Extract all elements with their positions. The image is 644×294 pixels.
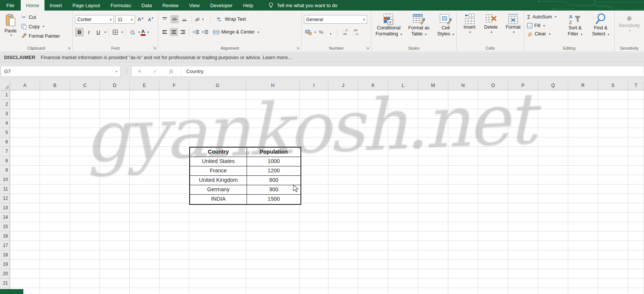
table-cell[interactable]: INDIA bbox=[190, 195, 247, 204]
tab-review[interactable]: Review bbox=[157, 0, 184, 11]
font-dialog-launcher[interactable]: ⇲ bbox=[153, 46, 156, 50]
cut-button[interactable]: ✂ Cut bbox=[21, 14, 60, 20]
tab-page-layout[interactable]: Page Layout bbox=[67, 0, 105, 11]
column-header-E[interactable]: E bbox=[130, 81, 159, 90]
conditional-formatting-button[interactable]: ≠ Conditional Formatting ▾ bbox=[374, 11, 403, 37]
column-header-S[interactable]: S bbox=[598, 81, 628, 90]
format-cells-button[interactable]: Format ▾ bbox=[503, 11, 523, 34]
decrease-font-size-button[interactable]: A▼ bbox=[147, 15, 155, 24]
tell-me-box[interactable]: Tell me what you want to do bbox=[268, 0, 337, 11]
table-cell[interactable]: 900 bbox=[247, 185, 301, 195]
delete-cells-button[interactable]: Delete ▾ bbox=[481, 11, 500, 34]
format-as-table-button[interactable]: Format as Table ▾ bbox=[406, 11, 432, 37]
tab-developer[interactable]: Developer bbox=[205, 0, 238, 11]
grid[interactable]: 123456789101112131415161718192021 Countr… bbox=[0, 90, 644, 294]
align-middle-button[interactable] bbox=[170, 15, 179, 23]
underline-button[interactable]: U bbox=[94, 28, 103, 37]
select-all-corner[interactable] bbox=[0, 81, 10, 90]
row-header-13[interactable]: 13 bbox=[0, 203, 10, 213]
row-header-9[interactable]: 9 bbox=[0, 166, 10, 175]
row-header-2[interactable]: 2 bbox=[0, 100, 10, 109]
bold-button[interactable]: B bbox=[75, 28, 84, 37]
increase-font-size-button[interactable]: A▲ bbox=[136, 15, 145, 24]
align-center-button[interactable] bbox=[170, 28, 178, 36]
column-header-I[interactable]: I bbox=[300, 81, 328, 90]
align-top-button[interactable] bbox=[161, 15, 169, 23]
number-format-select[interactable]: General ▾ bbox=[304, 15, 367, 24]
cancel-button[interactable]: ✕ bbox=[132, 69, 147, 74]
wrap-text-button[interactable]: ab Wrap Text bbox=[217, 17, 246, 22]
paste-button[interactable]: Paste ▾ bbox=[2, 12, 19, 50]
cell-styles-button[interactable]: Cell Styles ▾ bbox=[435, 11, 457, 37]
column-header-B[interactable]: B bbox=[40, 81, 70, 90]
table-cell[interactable]: 1000 bbox=[247, 157, 301, 166]
row-header-1[interactable]: 1 bbox=[0, 90, 10, 100]
formula-bar-grip[interactable]: ⋮ bbox=[124, 67, 130, 73]
table-cell[interactable]: Germany bbox=[190, 185, 247, 195]
column-header-F[interactable]: F bbox=[159, 81, 189, 90]
autosum-button[interactable]: Σ AutoSum ▾ bbox=[527, 14, 557, 20]
row-header-20[interactable]: 20 bbox=[0, 269, 10, 279]
row-header-19[interactable]: 19 bbox=[0, 260, 10, 269]
font-color-dropdown-icon[interactable]: ▾ bbox=[147, 30, 149, 34]
tab-data[interactable]: Data bbox=[136, 0, 157, 11]
column-header-O[interactable]: O bbox=[478, 81, 508, 90]
alignment-dialog-launcher[interactable]: ⇲ bbox=[296, 46, 299, 50]
font-name-select[interactable]: Corbel ▾ bbox=[75, 15, 114, 24]
borders-button[interactable] bbox=[111, 28, 120, 37]
underline-dropdown-icon[interactable]: ▾ bbox=[104, 30, 106, 34]
font-size-select[interactable]: 11 ▾ bbox=[115, 15, 135, 24]
borders-dropdown-icon[interactable]: ▾ bbox=[121, 30, 123, 34]
accounting-format-button[interactable] bbox=[304, 28, 313, 37]
fill-button[interactable]: ↓ Fill ▾ bbox=[527, 23, 557, 28]
decrease-indent-button[interactable] bbox=[192, 28, 200, 36]
increase-indent-button[interactable] bbox=[201, 28, 209, 36]
row-header-21[interactable]: 21 bbox=[0, 279, 10, 288]
merge-center-button[interactable]: ↔ Merge & Center ▾ bbox=[213, 29, 259, 35]
copy-button[interactable]: Copy ▾ bbox=[21, 24, 60, 29]
name-box-dropdown-icon[interactable]: ▾ bbox=[115, 70, 117, 73]
column-header-N[interactable]: N bbox=[448, 81, 478, 90]
insert-cells-button[interactable]: Insert ▾ bbox=[460, 11, 478, 34]
formula-input[interactable]: Country bbox=[182, 69, 644, 74]
table-header-cell[interactable]: Country bbox=[190, 148, 247, 157]
insert-function-button[interactable]: fx bbox=[163, 69, 179, 75]
row-header-17[interactable]: 17 bbox=[0, 241, 10, 250]
disclaimer-text[interactable]: Financial market information is provided… bbox=[41, 55, 292, 60]
sensitivity-button[interactable]: Sensitivity ▾ bbox=[618, 14, 641, 32]
column-header-R[interactable]: R bbox=[568, 81, 598, 90]
row-header-16[interactable]: 16 bbox=[0, 232, 10, 241]
row-header-6[interactable]: 6 bbox=[0, 137, 10, 147]
row-header-14[interactable]: 14 bbox=[0, 213, 10, 222]
table-header-cell[interactable]: Population bbox=[247, 148, 301, 157]
percent-style-button[interactable]: % bbox=[317, 28, 325, 37]
italic-button[interactable]: I bbox=[84, 28, 93, 37]
increase-decimal-button[interactable]: ←.0.00 bbox=[340, 29, 350, 35]
clear-button[interactable]: Clear ▾ bbox=[527, 31, 557, 37]
column-header-P[interactable]: P bbox=[508, 81, 538, 90]
tab-formulas[interactable]: Formulas bbox=[105, 0, 136, 11]
find-select-button[interactable]: Find & Select ▾ bbox=[589, 11, 612, 37]
fill-color-dropdown-icon[interactable]: ▾ bbox=[138, 30, 140, 34]
tab-help[interactable]: Help bbox=[238, 0, 259, 11]
column-header-J[interactable]: J bbox=[328, 81, 358, 90]
column-header-H[interactable]: H bbox=[246, 81, 300, 90]
row-header-4[interactable]: 4 bbox=[0, 119, 10, 128]
tab-view[interactable]: View bbox=[184, 0, 205, 11]
column-header-C[interactable]: C bbox=[70, 81, 100, 90]
table-cell[interactable]: 1500 bbox=[247, 195, 301, 204]
align-right-button[interactable] bbox=[179, 28, 187, 36]
name-box[interactable]: G7 ▾ bbox=[1, 66, 121, 77]
clipboard-dialog-launcher[interactable]: ⇲ bbox=[67, 46, 71, 50]
accounting-dropdown-icon[interactable]: ▾ bbox=[314, 30, 316, 34]
column-header-Q[interactable]: Q bbox=[538, 81, 568, 90]
format-painter-button[interactable]: Format Painter bbox=[21, 33, 60, 39]
tab-file[interactable]: File bbox=[0, 0, 21, 11]
number-dialog-launcher[interactable]: ⇲ bbox=[366, 46, 369, 50]
column-header-L[interactable]: L bbox=[388, 81, 418, 90]
column-header-K[interactable]: K bbox=[358, 81, 388, 90]
comma-style-button[interactable]: , bbox=[326, 28, 335, 37]
fill-color-button[interactable] bbox=[128, 28, 136, 37]
tab-insert[interactable]: Insert bbox=[44, 0, 67, 11]
row-header-5[interactable]: 5 bbox=[0, 128, 10, 137]
